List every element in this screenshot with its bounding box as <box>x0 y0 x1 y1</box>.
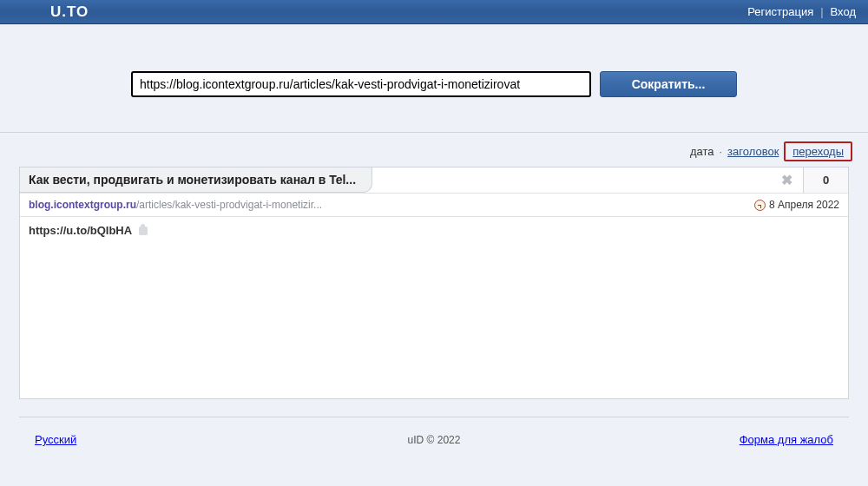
sort-clicks-link[interactable]: переходы <box>792 145 844 158</box>
url-list-panel: Как вести, продвигать и монетизировать к… <box>19 167 849 399</box>
login-link[interactable]: Вход <box>831 5 856 18</box>
copyright: uID © 2022 <box>408 434 461 446</box>
clock-icon <box>754 200 766 211</box>
dot-separator: · <box>719 145 722 158</box>
header-auth-links: Регистрация | Вход <box>747 5 856 18</box>
close-icon[interactable]: ✖ <box>771 172 803 188</box>
sort-clicks-highlight: переходы <box>784 141 852 161</box>
clicks-count: 0 <box>803 167 848 193</box>
short-url-text[interactable]: https://u.to/bQIbHA <box>29 224 132 237</box>
item-header-right: ✖ 0 <box>771 167 848 193</box>
item-meta-row: blog.icontextgroup.ru/articles/kak-vesti… <box>20 194 848 217</box>
original-url[interactable]: blog.icontextgroup.ru/articles/kak-vesti… <box>29 199 322 211</box>
url-input[interactable] <box>131 71 591 97</box>
logo[interactable]: U.TO <box>50 3 89 21</box>
item-header-row: Как вести, продвигать и монетизировать к… <box>20 167 848 194</box>
short-url-row: https://u.to/bQIbHA <box>20 217 848 244</box>
complaint-link[interactable]: Форма для жалоб <box>740 433 833 446</box>
date-text: 8 Апреля 2022 <box>769 199 839 211</box>
sort-date[interactable]: дата <box>690 145 714 158</box>
sort-bar: дата · заголовок переходы <box>0 133 868 167</box>
date-block: 8 Апреля 2022 <box>754 199 839 211</box>
shorten-button[interactable]: Сократить... <box>600 71 737 97</box>
separator: | <box>820 5 823 18</box>
puzzle-icon[interactable] <box>137 225 149 237</box>
language-link[interactable]: Русский <box>35 433 76 446</box>
item-title-tab[interactable]: Как вести, продвигать и монетизировать к… <box>20 167 372 193</box>
register-link[interactable]: Регистрация <box>747 5 813 18</box>
sort-title-link[interactable]: заголовок <box>727 145 779 158</box>
url-domain: blog.icontextgroup.ru <box>29 199 136 211</box>
url-path: /articles/kak-vesti-prodvigat-i-monetizi… <box>136 199 322 211</box>
footer: Русский uID © 2022 Форма для жалоб <box>0 417 868 446</box>
top-header: U.TO Регистрация | Вход <box>0 0 868 24</box>
shorten-form: Сократить... <box>0 24 868 132</box>
